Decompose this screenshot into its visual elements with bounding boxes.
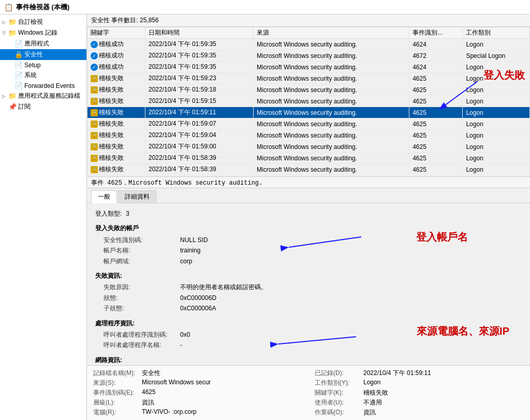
task-label: 工作類別(Y): xyxy=(315,379,361,387)
sub-status-label: 子狀態: xyxy=(104,303,176,313)
opcode-label: 作業碼(O): xyxy=(315,408,361,417)
cell-keyword-10: 🔒稽核失敗 xyxy=(87,153,145,164)
table-row[interactable]: 🔒稽核失敗2022/10/4 下午 01:58:39Microsoft Wind… xyxy=(87,153,530,164)
caller-name-row: 呼叫者處理程序名稱: - xyxy=(95,340,522,350)
fail-icon: 🔒 xyxy=(91,109,99,116)
cell-category-6: Logon xyxy=(463,107,530,118)
table-row[interactable]: 🔒稽核失敗2022/10/4 下午 01:59:07Microsoft Wind… xyxy=(87,118,530,130)
cell-keyword-8: 🔒稽核失敗 xyxy=(87,130,145,141)
tree-arrow-windows-log: ▽ xyxy=(2,31,8,36)
cell-keyword-11: 🔒稽核失敗 xyxy=(87,164,145,175)
table-row[interactable]: ✓稽核成功2022/10/4 下午 01:59:35Microsoft Wind… xyxy=(87,39,530,50)
cell-event_id-8: 4625 xyxy=(409,130,463,141)
col-keyword: 關鍵字 xyxy=(87,27,145,39)
table-row[interactable]: 🔒稽核失敗2022/10/4 下午 01:59:04Microsoft Wind… xyxy=(87,130,530,141)
sidebar-label-security: 安全性 xyxy=(24,50,43,59)
tab-detail[interactable]: 詳細資料 xyxy=(118,190,156,203)
caller-pid-row: 呼叫者處理程序識別碼: 0x0 xyxy=(95,329,522,340)
tab-general[interactable]: 一般 xyxy=(91,190,117,203)
sidebar-label-system: 系統 xyxy=(24,71,37,80)
sidebar-item-windows-log[interactable]: ▽📁Windows 記錄 xyxy=(0,27,86,38)
cell-datetime-1: 2022/10/4 下午 01:59:35 xyxy=(145,50,253,62)
keywords-label: 關鍵字(K): xyxy=(315,388,361,397)
table-row[interactable]: 🔒稽核失敗2022/10/4 下午 01:59:15Microsoft Wind… xyxy=(87,96,530,107)
table-row[interactable]: 🔒稽核失敗2022/10/4 下午 01:58:39Microsoft Wind… xyxy=(87,164,530,175)
cell-event_id-0: 4624 xyxy=(409,39,463,50)
network-info-title: 網路資訊: xyxy=(95,355,522,365)
fail-icon: 🔒 xyxy=(91,131,99,139)
caller-name-label: 呼叫者處理程序名稱: xyxy=(104,340,176,350)
cell-keyword-6: 🔒稽核失敗 xyxy=(87,107,145,118)
tabs-row: 一般 詳細資料 xyxy=(87,188,530,203)
table-row[interactable]: 🔒稽核失敗2022/10/4 下午 01:59:00Microsoft Wind… xyxy=(87,141,530,153)
cell-keyword-1: ✓稽核成功 xyxy=(87,50,145,62)
table-row[interactable]: 🔒稽核失敗2022/10/4 下午 01:59:11Microsoft Wind… xyxy=(87,107,530,118)
cell-event_id-1: 4672 xyxy=(409,50,463,62)
success-icon: ✓ xyxy=(91,52,99,59)
cell-datetime-7: 2022/10/4 下午 01:59:07 xyxy=(145,118,253,130)
sidebar-item-setup[interactable]: 📄Setup xyxy=(0,60,86,70)
cell-source-0: Microsoft Windows security auditing. xyxy=(254,39,409,50)
table-header-row: 關鍵字 日期和時間 來源 事件識別... 工作類別 xyxy=(87,27,530,39)
recorded-row: 已記錄(D): 2022/10/4 下午 01:59:11 xyxy=(315,369,524,378)
table-row[interactable]: ✓稽核成功2022/10/4 下午 01:59:35Microsoft Wind… xyxy=(87,50,530,62)
cell-source-7: Microsoft Windows security auditing. xyxy=(254,118,409,130)
process-info-section: 處理程序資訊: 呼叫者處理程序識別碼: 0x0 呼叫者處理程序名稱: - xyxy=(95,318,522,351)
source-row: 來源(S): Microsoft Windows secur xyxy=(93,379,302,387)
cell-keyword-4: 🔒稽核失敗 xyxy=(87,84,145,96)
status-value: 0xC000006D xyxy=(180,293,216,303)
table-row[interactable]: 🔒稽核失敗2022/10/4 下午 01:59:18Microsoft Wind… xyxy=(87,84,530,96)
task-row: 工作類別(Y): Logon xyxy=(315,379,524,387)
sidebar-item-subscriptions[interactable]: 📌訂閱 xyxy=(0,101,86,112)
table-row[interactable]: 🔒稽核失敗2022/10/4 下午 01:59:23Microsoft Wind… xyxy=(87,73,530,84)
success-icon: ✓ xyxy=(91,40,99,48)
sidebar-item-system[interactable]: 📄系統 xyxy=(0,70,86,81)
cell-category-4: Logon xyxy=(463,84,530,96)
cell-category-8: Logon xyxy=(463,130,530,141)
sidebar-label-app: 應用程式 xyxy=(24,39,49,48)
cell-datetime-5: 2022/10/4 下午 01:59:15 xyxy=(145,96,253,107)
failed-logon-section: 登入失敗的帳戶 安全性識別碼: NULL SID 帳戶名稱: training … xyxy=(95,223,522,266)
tree-arrow-apps-services: ▷ xyxy=(2,94,8,99)
failure-reason-label: 失敗原因: xyxy=(104,282,176,292)
sidebar-item-custom[interactable]: ▷📁自訂檢視 xyxy=(0,17,86,27)
col-eventid: 事件識別... xyxy=(409,27,463,39)
sidebar-item-security[interactable]: 🔒安全性 xyxy=(0,49,86,60)
opcode-row: 作業碼(O): 資訊 xyxy=(315,408,524,417)
col-source: 來源 xyxy=(254,27,409,39)
logon-type-section: 登入類型: 3 xyxy=(95,208,522,219)
right-panel: 安全性 事件數目: 25,856 關鍵字 日期和時間 來源 事件識別... 工作… xyxy=(87,14,530,420)
cell-datetime-10: 2022/10/4 下午 01:58:39 xyxy=(145,153,253,164)
cell-source-11: Microsoft Windows security auditing. xyxy=(254,164,409,175)
cell-event_id-7: 4625 xyxy=(409,118,463,130)
event-header-title: 安全性 事件數目: 25,856 xyxy=(91,16,159,25)
cell-event_id-4: 4625 xyxy=(409,84,463,96)
sidebar-label-custom: 自訂檢視 xyxy=(18,18,43,26)
sidebar-item-forwarded[interactable]: 📄Forwarded Events xyxy=(0,81,86,91)
computer-label: 電腦(R): xyxy=(93,408,140,417)
cell-datetime-6: 2022/10/4 下午 01:59:11 xyxy=(145,107,253,118)
fail-icon: 🔒 xyxy=(91,86,99,93)
user-value: 不適用 xyxy=(363,398,382,407)
level-value: 資訊 xyxy=(142,398,154,407)
success-icon: ✓ xyxy=(91,63,99,70)
cell-source-9: Microsoft Windows security auditing. xyxy=(254,141,409,153)
sidebar-label-apps-services: 應用程式及服務記錄檔 xyxy=(18,92,80,100)
sidebar-item-app[interactable]: 📄應用程式 xyxy=(0,38,86,49)
account-domain-label: 帳戶網域: xyxy=(104,256,176,266)
log-name-value: 安全性 xyxy=(142,369,160,378)
account-domain-value: corp xyxy=(180,256,192,266)
table-row[interactable]: ✓稽核成功2022/10/4 下午 01:59:35Microsoft Wind… xyxy=(87,62,530,73)
app-title: 事件檢視器 (本機) xyxy=(16,3,69,12)
sidebar-item-apps-services[interactable]: ▷📁應用程式及服務記錄檔 xyxy=(0,91,86,101)
cell-event_id-11: 4625 xyxy=(409,164,463,175)
tree-icon-app: 📄 xyxy=(14,40,23,48)
events-table: 關鍵字 日期和時間 來源 事件識別... 工作類別 ✓稽核成功2022/10/4… xyxy=(87,27,530,175)
logon-type-label: 登入類型: xyxy=(95,208,122,219)
cell-keyword-0: ✓稽核成功 xyxy=(87,39,145,50)
sidebar-label-windows-log: Windows 記錄 xyxy=(18,28,57,37)
status-row: 狀態: 0xC000006D xyxy=(95,293,522,303)
cell-category-7: Logon xyxy=(463,118,530,130)
sub-status-row: 子狀態: 0xC000006A xyxy=(95,303,522,313)
fail-icon: 🔒 xyxy=(91,120,99,127)
